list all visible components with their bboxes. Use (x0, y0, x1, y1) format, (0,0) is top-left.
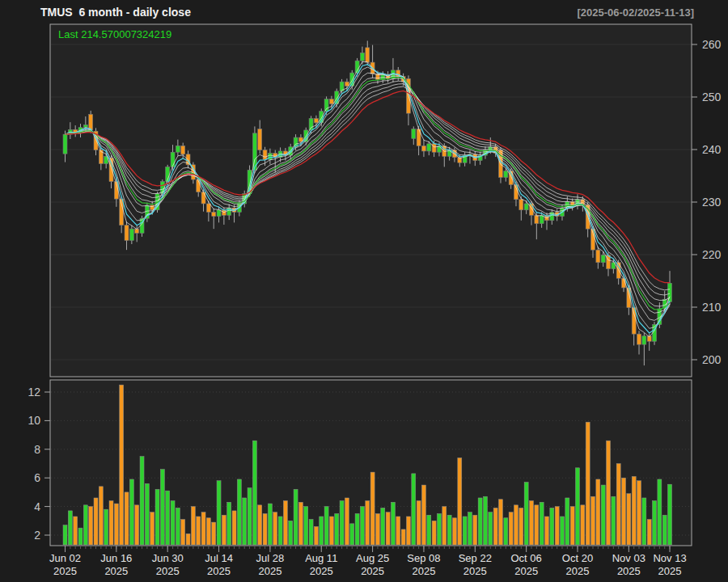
volume-bar (212, 522, 216, 545)
volume-bar (576, 468, 580, 545)
volume-bar (535, 505, 539, 545)
candle (329, 99, 333, 104)
candle (504, 171, 508, 178)
candle (637, 334, 641, 344)
svg-text:250: 250 (702, 91, 722, 103)
price-panel: 200210220230240250260 (50, 24, 722, 377)
svg-text:220: 220 (702, 248, 722, 261)
volume-bar (181, 520, 185, 545)
candle (642, 336, 646, 344)
svg-text:Sep 08: Sep 08 (407, 552, 440, 564)
volume-bar (386, 512, 390, 545)
volume-bar (304, 507, 308, 545)
volume-bar (437, 513, 441, 545)
svg-text:2025: 2025 (361, 565, 384, 577)
candle (206, 204, 210, 212)
candle (601, 255, 605, 263)
volume-bar (355, 513, 359, 545)
svg-text:8: 8 (34, 443, 40, 456)
svg-text:Jun 02: Jun 02 (49, 552, 81, 564)
candle (345, 82, 349, 86)
svg-text:4: 4 (34, 500, 40, 513)
x-axis: Jun 022025Jun 162025Jun 302025Jul 142025… (49, 546, 687, 577)
svg-text:Jun 30: Jun 30 (152, 552, 184, 564)
volume-bar (314, 526, 318, 545)
candle (201, 192, 205, 204)
volume-bar (468, 512, 472, 545)
volume-bar (555, 507, 559, 545)
candle (432, 144, 436, 152)
volume-bar (396, 517, 400, 545)
volume-bar (294, 489, 298, 545)
volume-bar (560, 517, 564, 545)
volume-bar (252, 441, 256, 545)
svg-text:12: 12 (28, 386, 40, 399)
svg-text:2025: 2025 (514, 565, 538, 577)
volume-bar (155, 489, 159, 545)
volume-bar (653, 501, 657, 545)
svg-text:Jun 16: Jun 16 (100, 552, 132, 564)
volume-bar (504, 518, 508, 545)
volume-bar (540, 502, 544, 545)
volume-bar (529, 501, 533, 545)
volume-bar (289, 521, 293, 545)
date-range-label: [2025-06-02/2025-11-13] (577, 6, 694, 19)
volume-panel: 24681012 (28, 380, 692, 546)
volume-bar (442, 507, 447, 545)
volume-bar (227, 502, 231, 545)
volume-bar (63, 525, 67, 545)
volume-bar (89, 507, 93, 545)
volume-bar (140, 457, 144, 545)
svg-text:Jul 28: Jul 28 (256, 552, 285, 564)
volume-bar (581, 505, 585, 545)
volume-bar (222, 515, 226, 545)
volume-bar (544, 517, 548, 545)
volume-bar (519, 508, 523, 545)
volume-bar (421, 485, 425, 545)
svg-text:2025: 2025 (310, 565, 333, 577)
volume-bar (273, 512, 277, 545)
volume-bar (160, 470, 164, 545)
volume-bar (350, 524, 354, 545)
volume-bar (324, 507, 328, 545)
volume-bar (514, 505, 518, 545)
volume-bar (647, 520, 651, 545)
candle (427, 144, 431, 151)
svg-text:Oct 06: Oct 06 (511, 552, 542, 564)
volume-bar (406, 517, 410, 545)
volume-bar (345, 498, 349, 545)
volume-bar (447, 515, 451, 545)
volume-bar (412, 474, 416, 545)
volume-bar (268, 504, 272, 545)
svg-text:2025: 2025 (617, 565, 641, 577)
candle (309, 119, 313, 130)
candle (89, 114, 93, 130)
volume-bar (498, 500, 502, 545)
svg-text:2025: 2025 (566, 565, 590, 577)
volume-bar (150, 512, 154, 545)
candle (263, 150, 267, 160)
volume-bar (458, 458, 462, 545)
candle (63, 134, 67, 154)
volume-bar (391, 502, 395, 545)
volume-bar (248, 488, 252, 545)
volume-bar (329, 517, 333, 545)
volume-bar (627, 494, 631, 545)
volume-bar (483, 496, 487, 545)
volume-bar (489, 512, 493, 545)
volume-bar (452, 518, 456, 545)
volume-bar (662, 515, 667, 545)
candle (83, 124, 87, 127)
volume-bar (509, 512, 513, 545)
candle (171, 152, 175, 167)
volume-bar (298, 502, 303, 545)
candle (324, 99, 328, 112)
volume-bar (278, 517, 282, 545)
svg-text:260: 260 (702, 38, 722, 51)
candle (268, 154, 272, 160)
volume-bar (258, 505, 262, 545)
svg-text:230: 230 (702, 196, 722, 209)
candle (129, 229, 133, 240)
volume-bar (366, 501, 370, 545)
volume-bar (432, 521, 436, 545)
